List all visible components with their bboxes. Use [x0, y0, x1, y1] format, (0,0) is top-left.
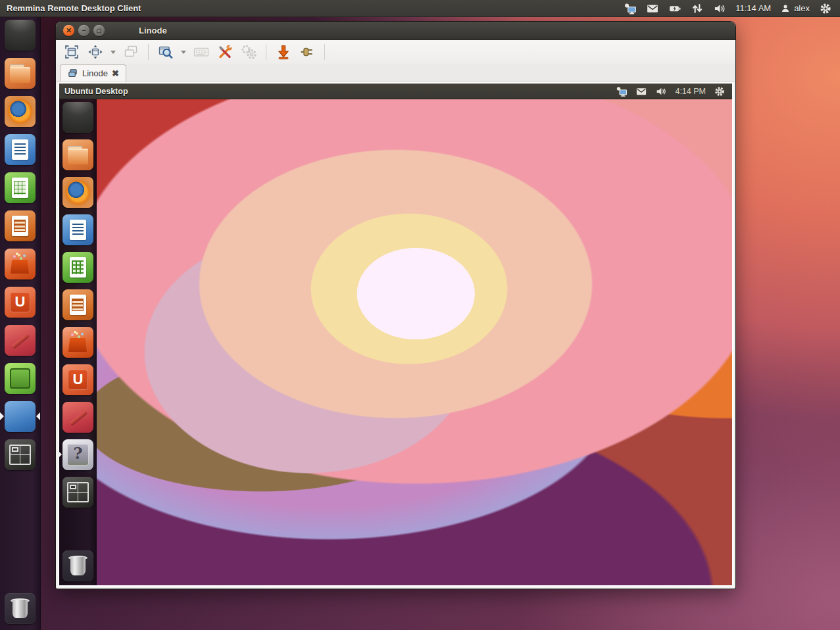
ubuntu-dash-icon: [62, 102, 93, 133]
fit-window-dropdown[interactable]: [109, 42, 118, 62]
launcher-item-trash[interactable]: [5, 593, 36, 624]
remote-launcher-item-trash[interactable]: [62, 550, 93, 581]
desktop-wallpaper: Remmina Remote Desktop Client 11:14 AM a…: [0, 0, 840, 630]
remote-unity-launcher: U ?: [59, 99, 97, 585]
remote-launcher-item-firefox[interactable]: [62, 177, 93, 208]
system-settings-icon: [5, 325, 36, 356]
remote-active-app-title: Ubuntu Desktop: [59, 87, 128, 96]
user-menu[interactable]: alex: [780, 3, 810, 14]
toolbar-separator: [148, 44, 149, 60]
launcher-item-firefox[interactable]: [5, 96, 36, 127]
toolbar-separator: [266, 44, 266, 60]
mail-icon[interactable]: [646, 2, 659, 15]
firefox-icon: [5, 96, 36, 127]
remote-clock[interactable]: 4:14 PM: [675, 87, 706, 96]
launcher-item-libreoffice-calc[interactable]: [5, 172, 36, 203]
remote-session-icon[interactable]: [624, 2, 637, 15]
workspace-switcher-icon: [62, 477, 93, 508]
launcher-item-files[interactable]: [5, 58, 36, 89]
disconnect-button[interactable]: [297, 42, 318, 62]
clock[interactable]: 11:14 AM: [735, 3, 771, 13]
grab-keyboard-button: [191, 42, 212, 62]
tools-button[interactable]: [214, 42, 235, 62]
session-gear-icon[interactable]: [714, 85, 726, 97]
remote-launcher-item-software-center[interactable]: [62, 327, 93, 358]
session-gear-icon[interactable]: [819, 2, 832, 15]
top-panel: Remmina Remote Desktop Client 11:14 AM a…: [0, 0, 840, 17]
user-icon: [780, 3, 791, 14]
tab-label: Linode: [82, 68, 108, 78]
window-close-button[interactable]: ✕: [63, 25, 74, 36]
remote-launcher-item-libreoffice-impress[interactable]: [62, 289, 93, 320]
volume-icon[interactable]: [713, 2, 726, 15]
toolbar-separator: [324, 44, 325, 60]
libreoffice-writer-icon: [62, 214, 93, 245]
remote-launcher-item-files[interactable]: [62, 139, 93, 170]
libreoffice-writer-icon: [5, 134, 36, 165]
scaled-mode-button[interactable]: [155, 42, 176, 62]
remmina-window: ✕ − ▢ Linode Linode ✖: [56, 22, 735, 589]
scaled-mode-dropdown[interactable]: [179, 42, 188, 62]
window-maximize-button[interactable]: ▢: [93, 25, 105, 36]
tab-close-icon[interactable]: ✖: [112, 68, 119, 78]
remote-wallpaper[interactable]: [59, 99, 732, 585]
running-indicator-arrow: [58, 450, 62, 458]
workspace-switcher-icon: [5, 439, 36, 470]
remote-launcher-item-system-settings[interactable]: [62, 402, 93, 433]
files-icon: [5, 58, 36, 89]
launcher-item-libreoffice-impress[interactable]: [5, 210, 36, 241]
launcher-item-libreoffice-writer[interactable]: [5, 134, 36, 165]
launcher-item-ubuntu-dash[interactable]: [5, 20, 36, 51]
fit-window-button[interactable]: [85, 42, 106, 62]
libreoffice-impress-icon: [5, 210, 36, 241]
remote-launcher-item-libreoffice-calc[interactable]: [62, 252, 93, 283]
launcher-item-workspace-switcher[interactable]: [5, 439, 36, 470]
trash-icon: [5, 593, 36, 624]
tab-connection-icon: [67, 68, 78, 78]
software-center-icon: [62, 327, 93, 358]
duplicate-connection-button: [120, 42, 141, 62]
files-icon: [62, 139, 93, 170]
mail-icon[interactable]: [635, 85, 647, 97]
tab-linode[interactable]: Linode ✖: [60, 64, 126, 82]
remote-session-icon[interactable]: [616, 85, 628, 97]
system-settings-icon: [62, 402, 93, 433]
remote-launcher-item-workspace-switcher[interactable]: [62, 477, 93, 508]
ubuntu-software-icon: [5, 363, 36, 394]
launcher-item-software-center[interactable]: [5, 249, 36, 279]
remote-launcher-item-ubuntu-dash[interactable]: [62, 102, 93, 133]
minimize-window-button[interactable]: [273, 42, 294, 62]
window-titlebar[interactable]: ✕ − ▢ Linode: [56, 22, 735, 40]
ubuntu-dash-icon: [5, 20, 36, 51]
libreoffice-calc-icon: [5, 172, 36, 203]
indicator-area: 11:14 AM alex: [624, 2, 840, 15]
remote-launcher-item-unknown-app[interactable]: ?: [62, 439, 93, 470]
remmina-toolbar: [56, 40, 735, 64]
ubuntu-one-icon: U: [5, 287, 36, 318]
launcher-item-ubuntu-software[interactable]: [5, 363, 36, 394]
user-name: alex: [794, 3, 810, 13]
window-title: Linode: [139, 26, 167, 36]
preferences-button: [238, 42, 259, 62]
launcher-item-remmina[interactable]: [5, 401, 36, 432]
battery-icon[interactable]: [668, 2, 681, 15]
remote-desktop-viewport[interactable]: Ubuntu Desktop 4:14 PM U: [58, 82, 733, 587]
ubuntu-one-icon: U: [62, 364, 93, 395]
focused-indicator-arrow: [36, 412, 40, 420]
unknown-app-icon: ?: [62, 439, 93, 470]
remote-top-panel: Ubuntu Desktop 4:14 PM: [59, 84, 732, 99]
window-minimize-button[interactable]: −: [78, 25, 89, 36]
toggle-fullscreen-button[interactable]: [61, 42, 82, 62]
launcher-item-ubuntu-one[interactable]: U: [5, 287, 36, 318]
active-app-title: Remmina Remote Desktop Client: [0, 3, 141, 13]
software-center-icon: [5, 249, 36, 279]
volume-icon[interactable]: [655, 85, 667, 97]
remote-launcher-item-ubuntu-one[interactable]: U: [62, 364, 93, 395]
remote-launcher-item-libreoffice-writer[interactable]: [62, 214, 93, 245]
unity-launcher: U: [0, 17, 41, 630]
network-traffic-icon[interactable]: [691, 2, 704, 15]
firefox-icon: [62, 177, 93, 208]
trash-icon: [62, 550, 93, 581]
remmina-icon: [5, 401, 36, 432]
launcher-item-system-settings[interactable]: [5, 325, 36, 356]
